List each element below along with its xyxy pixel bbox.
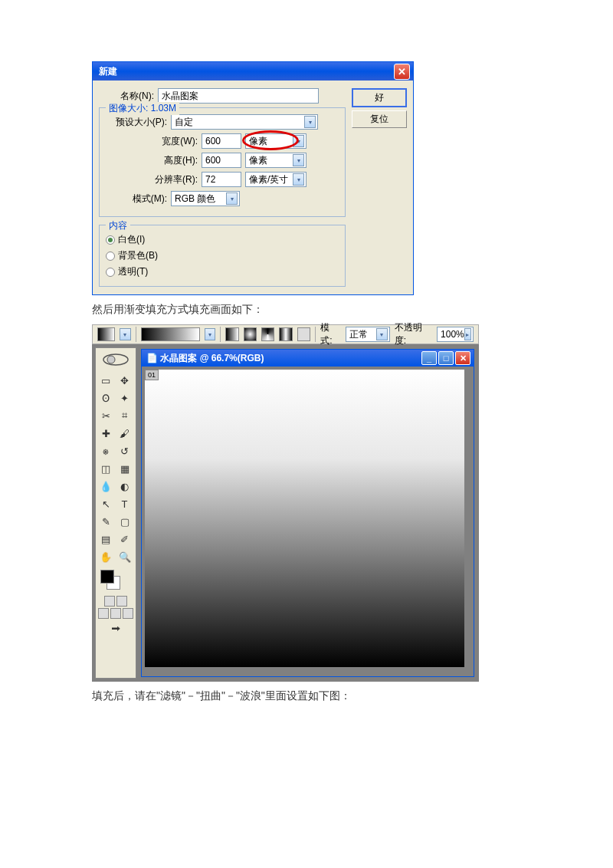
- screen-full-icon[interactable]: [123, 608, 133, 619]
- svg-point-1: [107, 356, 115, 363]
- close-icon[interactable]: ✕: [455, 351, 470, 365]
- crop-tool-icon[interactable]: ✂: [97, 407, 114, 424]
- chevron-down-icon: ▸: [464, 328, 471, 340]
- type-tool-icon[interactable]: T: [116, 495, 133, 512]
- width-unit-select[interactable]: 像素 ▾: [245, 133, 306, 149]
- chevron-down-icon[interactable]: ▾: [120, 328, 131, 340]
- chevron-down-icon: ▾: [293, 173, 304, 186]
- document-icon: 📄: [146, 353, 158, 363]
- zoom-tool-icon[interactable]: 🔍: [116, 548, 133, 565]
- options-bar: ▾ ▾ 模式: 正常 ▾ 不透明度: 100% ▸: [92, 324, 479, 344]
- radio-icon: [106, 268, 115, 277]
- blur-tool-icon[interactable]: 💧: [97, 478, 114, 495]
- width-input[interactable]: [202, 133, 241, 149]
- pen-tool-icon[interactable]: ✎: [97, 513, 114, 530]
- mode-label: 模式(M):: [106, 192, 167, 205]
- jump-to-icon[interactable]: ⮕: [100, 620, 131, 637]
- foreground-color-swatch[interactable]: [100, 570, 114, 584]
- divider: [220, 327, 221, 342]
- resolution-unit-select[interactable]: 像素/英寸 ▾: [245, 172, 306, 187]
- radio-transparent[interactable]: 透明(T): [106, 264, 339, 280]
- height-label: 高度(H):: [106, 154, 198, 167]
- path-tool-icon[interactable]: ↖: [97, 495, 114, 512]
- dodge-tool-icon[interactable]: ◐: [116, 478, 133, 495]
- screen-standard-icon[interactable]: [98, 608, 109, 619]
- gradient-angle-icon[interactable]: [261, 327, 274, 341]
- slice-badge: 01: [145, 370, 159, 380]
- minimize-icon[interactable]: _: [421, 351, 437, 365]
- wand-tool-icon[interactable]: ✦: [116, 390, 133, 406]
- gradient-radial-icon[interactable]: [244, 327, 257, 341]
- height-input[interactable]: [202, 153, 241, 168]
- marquee-tool-icon[interactable]: ▭: [97, 372, 114, 389]
- name-input[interactable]: [158, 88, 319, 104]
- reset-button[interactable]: 复位: [352, 110, 407, 128]
- photoshop-window: ▾ ▾ 模式: 正常 ▾ 不透明度: 100% ▸ ▭ ✥ ʘ: [92, 324, 479, 682]
- chevron-down-icon: ▾: [293, 135, 304, 147]
- blendmode-select[interactable]: 正常 ▾: [346, 327, 390, 342]
- eyedropper-tool-icon[interactable]: ✐: [116, 531, 133, 547]
- screen-full-menu-icon[interactable]: [110, 608, 121, 619]
- gradient-reflected-icon[interactable]: [279, 327, 292, 341]
- caption-text-2: 填充后，请在"滤镜"－"扭曲"－"波浪"里面设置如下图：: [92, 689, 521, 703]
- radio-icon: [106, 252, 115, 261]
- divider: [315, 327, 316, 342]
- new-document-dialog: 新建 ✕ 名称(N): 图像大小: 1.03M 预设大小(P): 自定 ▾ 宽度…: [92, 61, 414, 295]
- gradient-linear-icon[interactable]: [225, 327, 238, 341]
- name-label: 名称(N):: [99, 90, 154, 103]
- chevron-down-icon: ▾: [226, 192, 238, 205]
- radio-icon: [106, 235, 115, 245]
- canvas[interactable]: 01: [145, 370, 464, 667]
- radio-white[interactable]: 白色(I): [106, 232, 339, 248]
- mode-select[interactable]: RGB 颜色 ▾: [171, 191, 240, 206]
- brush-tool-icon[interactable]: 🖌: [116, 425, 133, 442]
- gradient-diamond-icon[interactable]: [297, 327, 310, 341]
- chevron-down-icon: ▾: [376, 328, 388, 340]
- height-unit-select[interactable]: 像素 ▾: [245, 153, 306, 168]
- ps-logo-icon: [100, 353, 131, 367]
- image-size-legend: 图像大小: 1.03M: [106, 102, 179, 115]
- eraser-tool-icon[interactable]: ◫: [97, 460, 114, 477]
- caption-text-1: 然后用渐变填充方式填充画面如下：: [92, 303, 521, 317]
- document-window: 📄 水晶图案 @ 66.7%(RGB) _ □ ✕ 01: [141, 349, 474, 677]
- gradient-swatch[interactable]: [97, 327, 115, 341]
- opacity-input[interactable]: 100% ▸: [437, 327, 474, 342]
- move-tool-icon[interactable]: ✥: [116, 372, 133, 389]
- resolution-label: 分辨率(R):: [106, 173, 198, 186]
- document-title: 水晶图案 @ 66.7%(RGB): [160, 353, 264, 363]
- dialog-titlebar[interactable]: 新建 ✕: [93, 62, 413, 81]
- dialog-title: 新建: [99, 65, 117, 78]
- width-label: 宽度(W):: [106, 135, 198, 148]
- gradient-tool-icon[interactable]: ▦: [116, 460, 133, 477]
- close-icon[interactable]: ✕: [394, 64, 410, 80]
- chevron-down-icon: ▾: [304, 116, 316, 128]
- shape-tool-icon[interactable]: ▢: [116, 513, 133, 530]
- opacity-label: 不透明度:: [395, 321, 432, 347]
- slice-tool-icon[interactable]: ⌗: [116, 407, 133, 424]
- ok-button[interactable]: 好: [352, 88, 407, 107]
- radio-bgcolor[interactable]: 背景色(B): [106, 248, 339, 264]
- quickmask-mode-icon[interactable]: [116, 596, 127, 607]
- heal-tool-icon[interactable]: ✚: [97, 425, 114, 442]
- preset-label: 预设大小(P):: [106, 116, 167, 129]
- lasso-tool-icon[interactable]: ʘ: [97, 390, 114, 406]
- chevron-down-icon[interactable]: ▾: [205, 328, 216, 340]
- standard-mode-icon[interactable]: [104, 596, 115, 607]
- contents-legend: 内容: [106, 219, 130, 232]
- blendmode-label: 模式:: [320, 321, 340, 347]
- preset-select[interactable]: 自定 ▾: [171, 114, 318, 130]
- maximize-icon[interactable]: □: [438, 351, 454, 365]
- hand-tool-icon[interactable]: ✋: [97, 548, 114, 565]
- color-swatches[interactable]: [97, 570, 134, 593]
- chevron-down-icon: ▾: [293, 154, 304, 166]
- document-titlebar[interactable]: 📄 水晶图案 @ 66.7%(RGB) _ □ ✕: [142, 350, 474, 367]
- divider: [136, 327, 136, 342]
- history-brush-icon[interactable]: ↺: [116, 442, 133, 459]
- resolution-input[interactable]: [202, 172, 241, 187]
- notes-tool-icon[interactable]: ▤: [97, 531, 114, 547]
- gradient-preview[interactable]: [141, 327, 200, 341]
- stamp-tool-icon[interactable]: ⎈: [97, 442, 114, 459]
- toolbox: ▭ ✥ ʘ ✦ ✂ ⌗ ✚ 🖌 ⎈ ↺ ◫ ▦ 💧 ◐ ↖ T ✎ ▢ ▤ ✐: [95, 347, 136, 679]
